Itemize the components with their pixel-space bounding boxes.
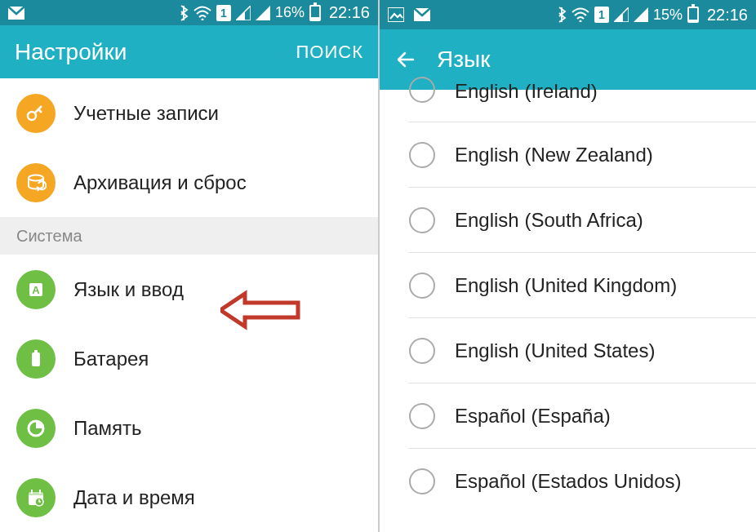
bluetooth-icon bbox=[557, 7, 567, 23]
settings-item-datetime[interactable]: Дата и время bbox=[0, 463, 378, 532]
signal-icon-1 bbox=[614, 7, 629, 22]
battery-icon bbox=[16, 339, 56, 379]
settings-item-label: Дата и время bbox=[73, 486, 195, 509]
appbar-settings: Настройки ПОИСК bbox=[0, 25, 378, 78]
gmail-icon bbox=[414, 8, 430, 21]
page-title: Настройки bbox=[15, 39, 296, 65]
language-icon: A bbox=[16, 270, 56, 309]
sim-icon: 1 bbox=[216, 5, 231, 21]
sim-icon: 1 bbox=[594, 7, 609, 23]
screen-language: 1 15% 22:16 Язык English (Ireland) Engli… bbox=[378, 0, 756, 532]
signal-icon-2 bbox=[256, 6, 270, 20]
radio-icon bbox=[409, 77, 435, 103]
svg-rect-6 bbox=[32, 352, 40, 366]
battery-percent: 16% bbox=[275, 4, 305, 21]
language-label: English (United States) bbox=[455, 339, 655, 362]
svg-point-3 bbox=[29, 175, 43, 180]
svg-rect-7 bbox=[34, 350, 38, 352]
annotation-arrow bbox=[220, 290, 302, 330]
settings-item-language[interactable]: A Язык и ввод bbox=[0, 255, 378, 324]
battery-icon bbox=[309, 5, 321, 21]
wifi-icon bbox=[571, 7, 589, 22]
settings-item-label: Архивация и сброс bbox=[73, 171, 247, 194]
settings-list: Учетные записи Архивация и сброс Система… bbox=[0, 78, 378, 532]
signal-icon-1 bbox=[236, 6, 251, 20]
language-option[interactable]: English (Ireland) bbox=[409, 90, 756, 122]
settings-item-backup[interactable]: Архивация и сброс bbox=[0, 148, 378, 217]
language-option[interactable]: Español (Estados Unidos) bbox=[409, 449, 756, 514]
gmail-icon bbox=[8, 7, 24, 20]
svg-rect-10 bbox=[29, 492, 43, 495]
language-option[interactable]: English (New Zealand) bbox=[409, 122, 756, 188]
settings-item-label: Батарея bbox=[73, 348, 149, 370]
svg-point-1 bbox=[201, 18, 203, 20]
back-button[interactable] bbox=[394, 47, 419, 72]
settings-item-memory[interactable]: Память bbox=[0, 393, 378, 463]
clock: 22:16 bbox=[707, 6, 748, 24]
screen-settings: 1 16% 22:16 Настройки ПОИСК Учетные запи… bbox=[0, 0, 378, 532]
language-option[interactable]: English (United Kingdom) bbox=[409, 253, 756, 318]
search-link[interactable]: ПОИСК bbox=[296, 42, 363, 63]
bluetooth-icon bbox=[179, 5, 189, 21]
page-title: Язык bbox=[437, 47, 741, 73]
language-label: Español (España) bbox=[455, 405, 611, 428]
section-header-system: Система bbox=[0, 217, 378, 255]
language-label: English (South Africa) bbox=[455, 209, 643, 232]
backup-icon bbox=[16, 163, 56, 202]
settings-item-battery[interactable]: Батарея bbox=[0, 324, 378, 393]
settings-item-label: Язык и ввод bbox=[73, 278, 184, 301]
signal-icon-2 bbox=[634, 7, 648, 22]
language-option[interactable]: English (United States) bbox=[409, 318, 756, 383]
settings-item-accounts[interactable]: Учетные записи bbox=[0, 78, 378, 148]
language-label: English (Ireland) bbox=[455, 80, 598, 103]
language-label: Español (Estados Unidos) bbox=[455, 470, 681, 493]
language-label: English (United Kingdom) bbox=[455, 274, 677, 297]
radio-icon bbox=[409, 273, 435, 299]
battery-percent: 15% bbox=[653, 7, 683, 24]
svg-point-16 bbox=[579, 20, 581, 23]
language-option[interactable]: Español (España) bbox=[409, 383, 756, 449]
statusbar-left: 1 16% 22:16 bbox=[0, 0, 378, 25]
settings-item-label: Учетные записи bbox=[73, 102, 219, 125]
language-label: English (New Zealand) bbox=[455, 144, 653, 166]
statusbar-right: 1 15% 22:16 bbox=[380, 0, 756, 29]
wifi-icon bbox=[193, 6, 211, 20]
battery-icon bbox=[687, 7, 699, 23]
radio-icon bbox=[409, 403, 435, 429]
radio-icon bbox=[409, 338, 435, 364]
settings-item-label: Память bbox=[73, 417, 142, 440]
radio-icon bbox=[409, 468, 435, 494]
radio-icon bbox=[409, 142, 435, 168]
radio-icon bbox=[409, 207, 435, 233]
image-icon bbox=[388, 7, 404, 22]
calendar-icon bbox=[16, 478, 56, 517]
language-options[interactable]: English (Ireland) English (New Zealand) … bbox=[380, 90, 756, 532]
language-option[interactable]: English (South Africa) bbox=[409, 188, 756, 253]
memory-icon bbox=[16, 409, 56, 448]
svg-text:A: A bbox=[32, 284, 40, 296]
key-icon bbox=[16, 94, 56, 133]
clock: 22:16 bbox=[329, 3, 370, 22]
